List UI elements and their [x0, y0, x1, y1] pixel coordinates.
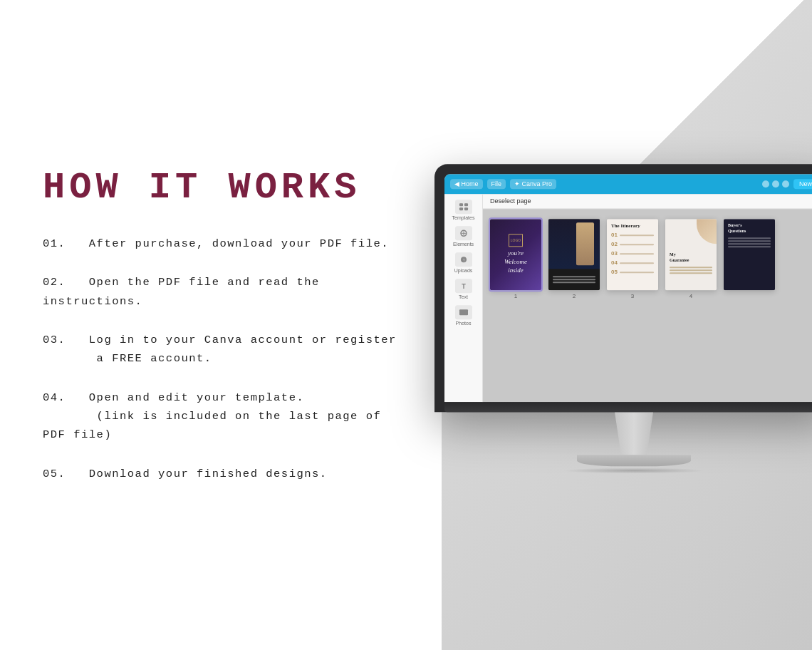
monitor-screen-inner: ◀ Home File ✦ Canva Pro New: [444, 174, 812, 402]
guarantee-line-1: [670, 267, 712, 268]
step-3-number: 03.: [43, 334, 66, 346]
num-04: 04: [611, 259, 618, 266]
buyers-line-2: [728, 240, 771, 242]
monitor-stand-neck: [602, 412, 666, 455]
svg-rect-2: [459, 207, 463, 210]
monitor-base-shadow: [563, 468, 705, 473]
step-1-number: 01.: [43, 237, 66, 250]
page-4-content: MyGuarantee: [665, 219, 717, 290]
page-4-preview: MyGuarantee: [665, 219, 717, 290]
share-icon[interactable]: [782, 180, 789, 187]
step-2-number: 02.: [43, 276, 66, 289]
page-1-content: LOGO you'reWelcomeinside: [490, 219, 541, 290]
templates-icon: [455, 200, 472, 214]
buyers-title: Buyer'sQuestions: [728, 223, 771, 234]
page-2-line-2: [553, 279, 595, 280]
uploads-label: Uploads: [454, 268, 473, 273]
elements-label: Elements: [453, 242, 474, 247]
sidebar-elements[interactable]: Elements: [453, 226, 474, 247]
page-thumb-5[interactable]: Buyer'sQuestions: [724, 219, 775, 392]
guarantee-title: MyGuarantee: [670, 252, 712, 264]
page-1-preview: LOGO you'reWelcomeinside: [490, 219, 541, 290]
step-3: 03. Log in to your Canva account or regi…: [43, 331, 402, 368]
monitor-stand-base: [577, 455, 691, 466]
canva-topbar: ◀ Home File ✦ Canva Pro New: [444, 174, 812, 194]
page-2-line-1: [553, 276, 595, 277]
sidebar-photos[interactable]: Photos: [455, 305, 472, 326]
sidebar-uploads[interactable]: ↑ Uploads: [454, 252, 473, 273]
canva-ui: ◀ Home File ✦ Canva Pro New: [444, 174, 812, 402]
monitor-mockup: ◀ Home File ✦ Canva Pro New: [434, 164, 812, 473]
page-3-preview: The Itinerary 01 02: [607, 219, 658, 290]
buyers-line-3: [728, 243, 771, 244]
page-2-text-area: [553, 276, 595, 284]
canva-new-button[interactable]: New: [793, 179, 812, 189]
page-3-content: The Itinerary 01 02: [607, 219, 658, 290]
page-thumb-2[interactable]: 2: [548, 219, 600, 392]
buyers-line-1: [728, 237, 771, 239]
page-2-preview: [548, 219, 600, 290]
canva-pro-btn[interactable]: ✦ Canva Pro: [510, 179, 556, 189]
step-2: 02. Open the PDF file and read the instr…: [43, 273, 402, 311]
page-4-number: 4: [689, 293, 692, 299]
photos-icon: [455, 305, 472, 319]
right-panel: ◀ Home File ✦ Canva Pro New: [442, 0, 812, 650]
page-5-content: Buyer'sQuestions: [724, 219, 775, 290]
guarantee-line-3: [670, 272, 712, 274]
sidebar-text[interactable]: T Text: [455, 279, 472, 299]
included-text: included: [166, 410, 227, 423]
canva-home-btn[interactable]: ◀ Home: [450, 179, 483, 189]
page-thumb-1[interactable]: LOGO you'reWelcomeinside 1: [490, 219, 541, 392]
templates-label: Templates: [452, 215, 475, 220]
photos-label: Photos: [456, 321, 472, 326]
line-04: [620, 262, 654, 264]
itinerary-numbers: 01 02: [611, 232, 654, 275]
canva-file-btn[interactable]: File: [487, 179, 506, 189]
num-05: 05: [611, 269, 618, 275]
redo-icon[interactable]: [772, 180, 779, 187]
page-2-number: 2: [573, 293, 576, 299]
text-label: Text: [459, 294, 468, 299]
page-5-preview: Buyer'sQuestions: [724, 219, 775, 290]
step-3-text: 03. Log in to your Canva account or regi…: [43, 331, 402, 368]
line-03: [620, 253, 654, 254]
svg-text:T: T: [461, 283, 465, 290]
page-1-number: 1: [514, 293, 517, 299]
svg-rect-1: [464, 203, 468, 206]
canva-main: Deselect page LOGO: [483, 194, 812, 402]
step-4: 04. Open and edit your template. (link i…: [43, 388, 402, 445]
num-01: 01: [611, 232, 618, 238]
canva-body: Templates Elements ↑: [444, 194, 812, 402]
itinerary-title: The Itinerary: [611, 223, 654, 229]
guarantee-line-2: [670, 269, 712, 271]
svg-rect-0: [459, 203, 463, 206]
num-02: 02: [611, 241, 618, 247]
buyers-lines: [728, 237, 771, 247]
page-thumb-4[interactable]: MyGuarantee 4: [665, 219, 717, 392]
step-5-text: 05. Download your finished designs.: [43, 465, 402, 483]
logo-box: LOGO: [509, 234, 523, 247]
guarantee-lines: [670, 267, 712, 274]
buyers-line-4: [728, 246, 771, 247]
undo-icon[interactable]: [762, 180, 769, 187]
monitor-chin: [444, 402, 812, 412]
step-5: 05. Download your finished designs.: [43, 465, 402, 483]
text-icon: T: [455, 279, 472, 293]
sidebar-templates[interactable]: Templates: [452, 200, 475, 220]
page-thumb-3[interactable]: The Itinerary 01 02: [607, 219, 658, 392]
elements-icon: [455, 226, 472, 240]
step-1: 01. After purchase, download your PDF fi…: [43, 234, 402, 253]
welcome-text: you'reWelcomeinside: [504, 250, 527, 275]
step-1-text: 01. After purchase, download your PDF fi…: [43, 234, 402, 253]
svg-rect-10: [459, 309, 468, 315]
step-5-number: 05.: [43, 468, 66, 480]
page-4-plant: [697, 219, 717, 244]
monitor-screen-outer: ◀ Home File ✦ Canva Pro New: [434, 164, 812, 412]
page-3-number: 3: [631, 293, 634, 299]
num-03: 03: [611, 250, 618, 257]
step-2-text: 02. Open the PDF file and read the instr…: [43, 273, 402, 311]
step-4-number: 04.: [43, 391, 66, 404]
line-02: [620, 244, 654, 245]
left-panel: HOW IT WORKS 01. After purchase, downloa…: [0, 0, 442, 650]
deselect-bar[interactable]: Deselect page: [483, 194, 812, 209]
